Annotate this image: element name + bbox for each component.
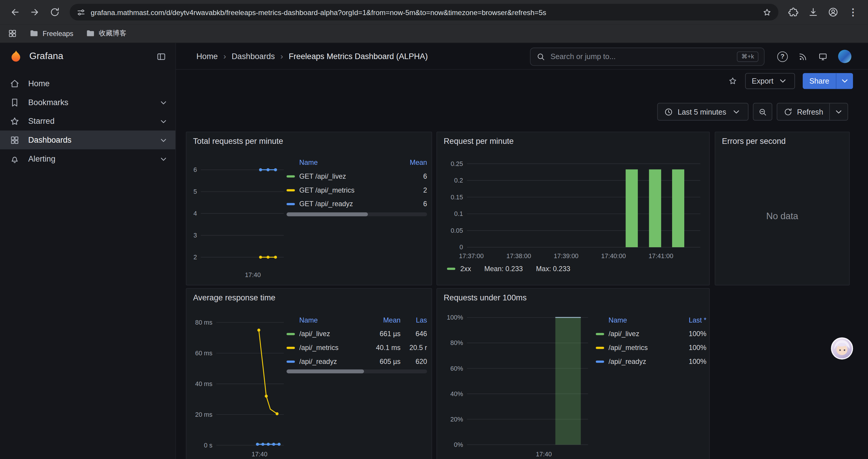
breadcrumb-current[interactable]: Freeleaps Metrics Dashboard (ALPHA): [289, 52, 428, 61]
export-label: Export: [752, 76, 773, 85]
bookmark-star-icon[interactable]: [762, 7, 772, 17]
url-text[interactable]: grafana.mathmast.com/d/deytv4rwavabkb/fr…: [91, 8, 757, 16]
sidebar-item-label: Dashboards: [28, 136, 71, 144]
svg-text:3: 3: [193, 232, 197, 239]
panel-total-requests[interactable]: Total requests per minute 6543217:40 Nam…: [186, 132, 432, 286]
user-avatar[interactable]: [838, 50, 851, 63]
reload-icon: [49, 6, 60, 18]
sidebar-item-dashboards[interactable]: Dashboards: [0, 131, 176, 150]
bookmark-label: Freeleaps: [42, 30, 73, 37]
legend-column-header[interactable]: Name: [609, 316, 673, 324]
legend-column-header[interactable]: Last *: [678, 316, 706, 324]
legend-row[interactable]: /api/_metrics100%: [596, 340, 706, 355]
panel-title[interactable]: Total requests per minute: [193, 137, 283, 145]
chevron-down-icon[interactable]: [158, 97, 169, 108]
legend-scrollbar[interactable]: [286, 212, 427, 216]
chevron-down-icon[interactable]: [158, 154, 169, 165]
breadcrumb-dashboards[interactable]: Dashboards: [231, 52, 275, 61]
panel-requests-under-100ms[interactable]: Requests under 100ms 100%80%60%40%20%0%1…: [436, 288, 710, 459]
sidebar-item-label: Bookmarks: [28, 98, 68, 107]
legend-column-header[interactable]: Las: [405, 316, 427, 324]
legend-row[interactable]: /api/_readyz605 µs620: [286, 355, 427, 368]
sidebar-item-bookmarks[interactable]: Bookmarks: [0, 93, 176, 112]
legend-cell: 20.5 r: [405, 344, 427, 352]
legend-inline[interactable]: 2xx Mean: 0.233 Max: 0.233: [447, 265, 570, 273]
refresh-button[interactable]: Refresh: [777, 103, 829, 120]
legend-column-header[interactable]: Name: [299, 158, 391, 166]
favorite-star-button[interactable]: [728, 76, 737, 85]
topnav-icons: ?: [777, 43, 851, 70]
brand-title[interactable]: Grafana: [29, 51, 63, 62]
legend-row[interactable]: GET /api/_livez6: [286, 169, 427, 183]
legend-row[interactable]: GET /api/_metrics2: [286, 183, 427, 197]
browser-profile-avatar[interactable]: [824, 3, 843, 22]
sidebar-item-starred[interactable]: Starred: [0, 112, 176, 131]
panel-average-response-time[interactable]: Average response time 80 ms60 ms40 ms20 …: [186, 288, 432, 459]
export-button[interactable]: Export: [745, 73, 795, 89]
browser-forward-button[interactable]: [25, 3, 44, 22]
scrollbar-thumb[interactable]: [286, 369, 364, 373]
grafana-logo[interactable]: [9, 49, 23, 64]
legend-row[interactable]: /api/_readyz100%: [596, 355, 706, 368]
panel-title[interactable]: Requests under 100ms: [444, 293, 527, 302]
legend-cell: 646: [405, 330, 427, 338]
scrollbar-thumb[interactable]: [286, 212, 368, 216]
legend-cell: /api/_readyz: [609, 358, 673, 365]
floating-avatar[interactable]: [831, 337, 853, 359]
legend-column-header[interactable]: Mean: [366, 316, 401, 324]
monitor-icon[interactable]: [818, 52, 828, 61]
chevron-down-icon: [833, 106, 844, 117]
sidebar-item-alerting[interactable]: Alerting: [0, 150, 176, 168]
svg-text:100%: 100%: [447, 314, 463, 321]
legend-row[interactable]: /api/_metrics40.1 ms20.5 r: [286, 340, 427, 355]
legend-row[interactable]: /api/_livez661 µs646: [286, 327, 427, 341]
legend-scrollbar[interactable]: [286, 369, 427, 373]
sidebar-item-label: Starred: [28, 117, 54, 126]
time-range-button[interactable]: Last 5 minutes: [657, 103, 748, 121]
legend-column-header[interactable]: Mean: [395, 158, 427, 166]
breadcrumb-home[interactable]: Home: [196, 52, 218, 61]
share-dropdown-button[interactable]: [836, 73, 853, 89]
bookmark-item-blog[interactable]: 收藏博客: [85, 29, 126, 38]
url-bar[interactable]: grafana.mathmast.com/d/deytv4rwavabkb/fr…: [70, 4, 778, 21]
sidebar-item-home[interactable]: Home: [0, 74, 176, 93]
panel-title[interactable]: Average response time: [193, 293, 276, 302]
svg-text:17:40: 17:40: [536, 451, 552, 458]
search-box[interactable]: ⌘+k: [530, 47, 765, 66]
sidebar: Grafana Home Bookmarks: [0, 43, 176, 459]
chevron-down-icon[interactable]: [158, 135, 169, 145]
panel-title[interactable]: Request per minute: [444, 137, 514, 145]
breadcrumb-separator: ›: [223, 52, 226, 61]
browser-back-button[interactable]: [6, 3, 25, 22]
panel-errors-per-second[interactable]: Errors per second No data: [715, 132, 850, 286]
apps-grid-icon[interactable]: [8, 29, 17, 38]
zoom-out-button[interactable]: [753, 103, 772, 121]
panel-title[interactable]: Errors per second: [722, 137, 786, 145]
help-icon[interactable]: ?: [777, 51, 788, 62]
site-settings-icon[interactable]: [76, 7, 86, 17]
folder-icon: [29, 29, 39, 38]
svg-text:20%: 20%: [450, 416, 463, 423]
downloads-icon[interactable]: [804, 3, 823, 22]
share-button[interactable]: Share: [803, 73, 836, 89]
rss-icon[interactable]: [798, 52, 808, 61]
legend-max: Max: 0.233: [536, 265, 570, 273]
legend-row[interactable]: /api/_livez100%: [596, 327, 706, 341]
series-color-dash: [286, 333, 295, 335]
series-label[interactable]: 2xx: [460, 265, 471, 273]
panel-request-per-minute[interactable]: Request per minute 0.250.20.150.10.05017…: [436, 132, 710, 286]
legend-table: NameMeanLas/api/_livez661 µs646/api/_met…: [286, 313, 427, 368]
browser-menu-icon[interactable]: ⋮: [844, 3, 863, 22]
bar-chart[interactable]: 0.250.20.150.10.05017:37:0017:38:0017:39…: [437, 132, 710, 286]
svg-text:17:37:00: 17:37:00: [459, 253, 484, 260]
sidebar-collapse-icon[interactable]: [156, 51, 167, 62]
kebab-glyph: ⋮: [848, 6, 858, 18]
browser-reload-button[interactable]: [45, 3, 64, 22]
legend-row[interactable]: GET /api/_readyz6: [286, 197, 427, 211]
extensions-icon[interactable]: [784, 3, 803, 22]
bookmark-item-freeleaps[interactable]: Freeleaps: [29, 29, 73, 38]
legend-column-header[interactable]: Name: [299, 316, 362, 324]
chevron-down-icon[interactable]: [158, 116, 169, 127]
search-input[interactable]: [550, 53, 732, 61]
refresh-interval-dropdown[interactable]: [829, 103, 848, 120]
